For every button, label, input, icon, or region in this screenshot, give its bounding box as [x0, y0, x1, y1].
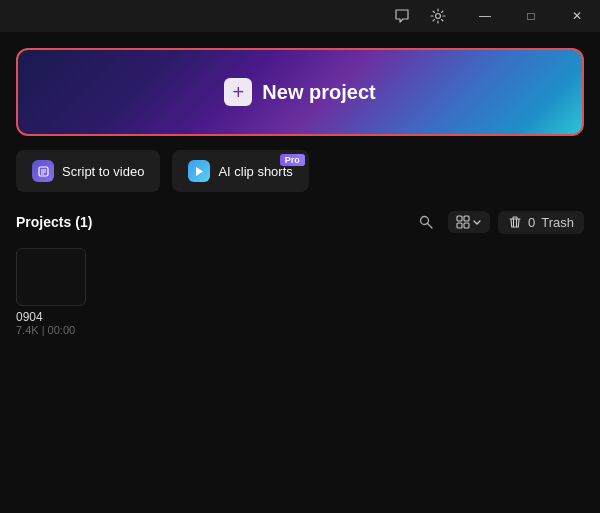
title-bar-controls: — □ ✕ [462, 0, 600, 32]
svg-rect-9 [464, 216, 469, 221]
project-card[interactable]: 0904 7.4K | 00:00 [16, 248, 86, 336]
pro-badge: Pro [280, 154, 305, 166]
svg-rect-10 [457, 223, 462, 228]
search-button[interactable] [412, 208, 440, 236]
project-meta: 7.4K | 00:00 [16, 324, 86, 336]
trash-button[interactable]: 0 Trash [498, 211, 584, 234]
new-project-label: New project [262, 81, 375, 104]
ai-clip-shorts-button[interactable]: AI clip shorts Pro [172, 150, 308, 192]
title-bar: — □ ✕ [0, 0, 600, 32]
trash-count: 0 [528, 215, 535, 230]
svg-marker-5 [196, 167, 203, 176]
projects-header: Projects (1) [16, 208, 584, 236]
project-name: 0904 [16, 310, 86, 324]
projects-title: Projects [16, 214, 71, 230]
project-thumbnail [16, 248, 86, 306]
svg-rect-8 [457, 216, 462, 221]
script-icon [32, 160, 54, 182]
ai-icon [188, 160, 210, 182]
maximize-button[interactable]: □ [508, 0, 554, 32]
projects-grid: 0904 7.4K | 00:00 [16, 248, 584, 336]
new-project-banner[interactable]: + New project [16, 48, 584, 136]
close-button[interactable]: ✕ [554, 0, 600, 32]
minimize-button[interactable]: — [462, 0, 508, 32]
projects-tools: 0 Trash [412, 208, 584, 236]
new-project-inner: + New project [224, 78, 375, 106]
svg-point-0 [436, 14, 441, 19]
svg-line-7 [428, 224, 433, 229]
svg-rect-11 [464, 223, 469, 228]
plus-icon: + [224, 78, 252, 106]
view-toggle-button[interactable] [448, 211, 490, 233]
main-content: + New project Script to video AI [0, 32, 600, 352]
quick-actions-row: Script to video AI clip shorts Pro [16, 150, 584, 192]
settings-icon[interactable] [422, 0, 454, 32]
trash-label: Trash [541, 215, 574, 230]
chat-icon[interactable] [386, 0, 418, 32]
title-bar-icons [386, 0, 462, 32]
script-to-video-button[interactable]: Script to video [16, 150, 160, 192]
projects-count: (1) [75, 214, 92, 230]
script-to-video-label: Script to video [62, 164, 144, 179]
